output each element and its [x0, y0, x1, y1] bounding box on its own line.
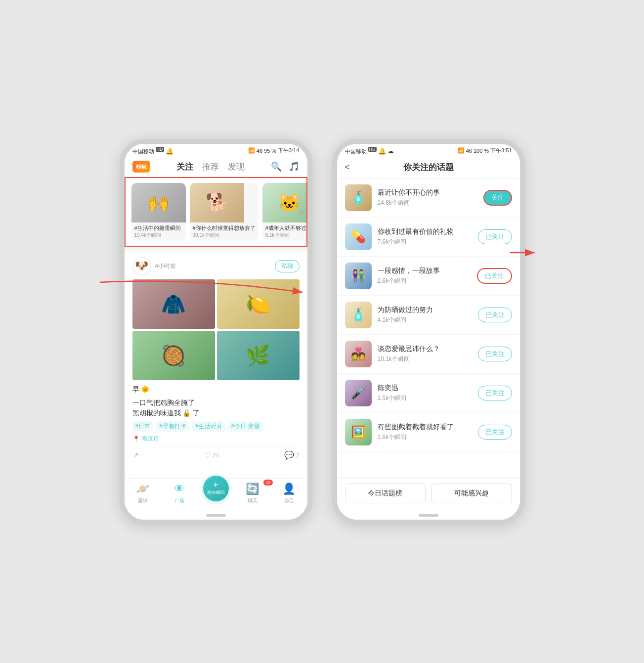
status-bar-2: 中国移动 HD 🔔 ☁ 📶 46 100% 下午3:51	[337, 144, 520, 157]
topic-list-info-3: 为防晒做过的努力 4.1k个瞬间	[378, 306, 472, 324]
topic-list-name-0: 最近让你不开心的事	[378, 188, 477, 197]
topic-list-item-0: 🧴 最近让你不开心的事 14.8k个瞬间 关注	[337, 178, 520, 218]
tab-chat[interactable]: 🔄 19 聊天	[234, 482, 271, 504]
tab-profile[interactable]: 👤 自己	[271, 482, 307, 504]
topic-list-info-4: 谈恋爱最忌讳什么？ 10.1k个瞬间	[378, 345, 472, 363]
topic-list-item-1: 💊 你收到过最有价值的礼物 7.6k个瞬间 已关注	[337, 218, 520, 257]
like-action[interactable]: ♡ 24	[204, 450, 219, 460]
feed-text-1: 早 🌞	[132, 384, 300, 395]
search-icon[interactable]: 🔍	[271, 161, 282, 172]
comment-count: 2	[296, 452, 300, 459]
share-action[interactable]: ↗	[132, 450, 139, 460]
follow-button-2[interactable]: 已关注	[477, 268, 512, 284]
page2-title: 你关注的话题	[403, 162, 454, 173]
publish-button[interactable]: + 发布瞬间	[203, 476, 229, 501]
topic-img-2: 🐱	[262, 183, 307, 222]
topic-list-count-1: 7.6k个瞬间	[378, 238, 472, 246]
follow-button-6[interactable]: 已关注	[478, 425, 512, 440]
topic-list-count-6: 1.6k个瞬间	[378, 433, 472, 442]
topic-title-0: #生活中的撞蛋瞬间	[134, 224, 183, 232]
nav-icons-1: 🔍 🎵	[271, 161, 300, 172]
topic-list-info-6: 有些图截着截着就好看了 1.6k个瞬间	[378, 423, 472, 442]
carrier-1: 中国移动 HD 🔔	[132, 147, 173, 155]
home-button-1	[206, 514, 226, 517]
follow-button-0[interactable]: 关注	[483, 190, 512, 206]
topic-list-img-5: 🎤	[345, 380, 372, 406]
tag-3[interactable]: #今日 穿搭	[228, 421, 263, 432]
topics-scroll: 🙌 #生活中的撞蛋瞬间 10.4k个瞬间 🐕 #你什么时候觉得想放弃了	[125, 177, 307, 247]
heart-icon: ♡	[204, 450, 211, 460]
tab-square[interactable]: 👁 广场	[161, 482, 198, 504]
comment-action[interactable]: 💬 2	[284, 450, 300, 460]
topic-title-1: #你什么时候觉得想放弃了	[193, 224, 256, 232]
scroll-arrow: ≫	[297, 207, 305, 217]
topic-list-count-5: 1.5k个瞬间	[378, 394, 472, 402]
topic-title-2: #成年人就不够过	[265, 224, 307, 232]
topic-img-0: 🙌	[131, 183, 186, 222]
private-chat-button[interactable]: 私聊	[275, 260, 300, 272]
topic-info-0: #生活中的撞蛋瞬间 10.4k个瞬间	[131, 222, 186, 241]
battery-level-1: 95	[264, 148, 270, 154]
feed-header: 🐶 4小时前 私聊	[132, 257, 300, 275]
feed-user: 🐶 4小时前	[132, 257, 176, 275]
topic-list-name-4: 谈恋爱最忌讳什么？	[378, 345, 472, 354]
follow-button-5[interactable]: 已关注	[478, 386, 512, 400]
feed-img-2: 🥘	[132, 331, 215, 380]
tab-publish[interactable]: + 发布瞬间	[198, 482, 234, 504]
topic-list-info-0: 最近让你不开心的事 14.8k个瞬间	[378, 188, 477, 207]
profile-icon: 👤	[282, 482, 297, 496]
topic-list-name-1: 你收到过最有价值的礼物	[378, 227, 472, 236]
topic-list-name-3: 为防晒做过的努力	[378, 306, 472, 314]
bottom-buttons: 今日话题榜 可能感兴趣	[337, 477, 520, 509]
back-button[interactable]: <	[345, 162, 350, 173]
nav-tab-recommend[interactable]: 推荐	[202, 161, 219, 173]
feed-time: 4小时前	[155, 262, 176, 270]
topic-list-item-5: 🎤 陈奕迅 1.5k个瞬间 已关注	[337, 374, 520, 413]
feed-img-0: 🧥	[132, 279, 215, 329]
may-interest-button[interactable]: 可能感兴趣	[431, 484, 512, 503]
tag-0[interactable]: #日常	[132, 421, 154, 432]
time-1: 下午3:14	[278, 147, 299, 154]
comment-icon: 💬	[284, 450, 294, 460]
status-right-1: 📶 46 95% 下午3:14	[248, 147, 300, 154]
topic-list: 🧴 最近让你不开心的事 14.8k个瞬间 关注 💊	[337, 178, 520, 477]
app-logo-1[interactable]: 粉椒	[132, 161, 150, 173]
follow-button-3[interactable]: 已关注	[478, 308, 512, 322]
topic-list-count-0: 14.8k个瞬间	[378, 199, 477, 207]
carrier-2: 中国移动 HD 🔔 ☁	[345, 147, 394, 155]
status-right-2: 📶 46 100% 下午3:51	[458, 147, 512, 154]
share-icon: ↗	[132, 450, 139, 460]
tag-1[interactable]: #早餐打卡	[156, 421, 189, 432]
topic-card-1[interactable]: 🐕 #你什么时候觉得想放弃了 30.1k个瞬间	[190, 183, 258, 241]
feed-img-1: 🍋	[217, 279, 300, 329]
tab-label-profile: 自己	[284, 497, 294, 504]
tab-planet[interactable]: 🪐 星球	[125, 482, 161, 504]
tag-2[interactable]: #生活碎片	[192, 421, 225, 432]
topic-card-0[interactable]: 🙌 #生活中的撞蛋瞬间 10.4k个瞬间	[131, 183, 186, 241]
topic-info-1: #你什么时候觉得想放弃了 30.1k个瞬间	[190, 222, 258, 241]
follow-button-4[interactable]: 已关注	[478, 347, 512, 361]
follow-button-1[interactable]: 已关注	[478, 229, 512, 244]
topic-list-item-6: 🖼️ 有些图截着截着就好看了 1.6k个瞬间 已关注	[337, 413, 520, 452]
topic-list-name-5: 陈奕迅	[378, 384, 472, 393]
feed-text-2: 一口气把鸡胸全腌了 黑胡椒的味道我 🔒 了	[132, 398, 300, 418]
time-2: 下午3:51	[490, 147, 512, 154]
tab-label-chat: 聊天	[248, 497, 258, 504]
topic-list-img-0: 🧴	[345, 184, 372, 211]
feed-tags: #日常 #早餐打卡 #生活碎片 #今日 穿搭	[132, 421, 300, 432]
feed-images: 🧥 🍋 🥘 🌿	[132, 279, 300, 380]
nav-tab-follow[interactable]: 关注	[176, 161, 193, 173]
topic-count-0: 10.4k个瞬间	[134, 232, 183, 239]
topic-list-count-3: 4.1k个瞬间	[378, 316, 472, 324]
today-trending-button[interactable]: 今日话题榜	[345, 484, 426, 503]
topic-list-item-3: 🧴 为防晒做过的努力 4.1k个瞬间 已关注	[337, 296, 520, 335]
topic-img-1: 🐕	[190, 183, 244, 222]
feed-actions: ↗ ♡ 24 💬 2	[132, 447, 300, 463]
status-bar-1: 中国移动 HD 🔔 📶 46 95% 下午3:14	[125, 144, 307, 157]
feed-img-3: 🌿	[217, 331, 300, 380]
nav-tab-discover[interactable]: 发现	[228, 161, 245, 173]
feed-item-0: 🐶 4小时前 私聊 🧥 🍋	[132, 257, 300, 463]
feed-area: 🐶 4小时前 私聊 🧥 🍋	[125, 251, 307, 478]
battery-level-2: 100	[473, 148, 482, 154]
music-icon[interactable]: 🎵	[289, 161, 300, 172]
